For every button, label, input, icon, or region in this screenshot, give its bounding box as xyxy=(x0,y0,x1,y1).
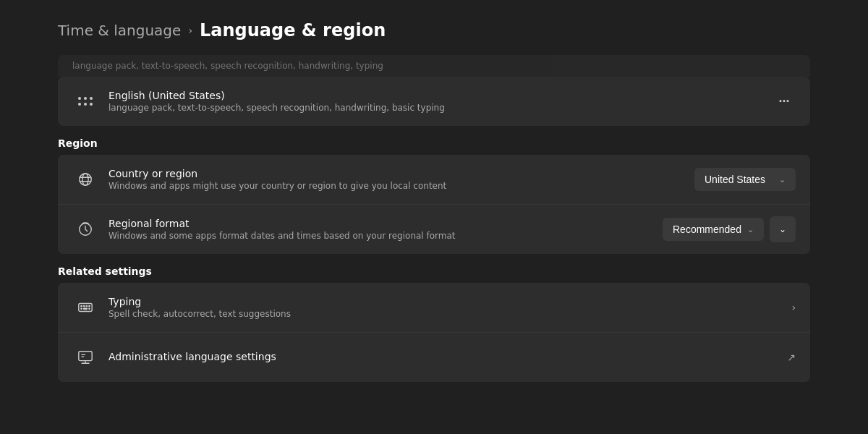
regional-format-expand-button[interactable]: ⌄ xyxy=(770,216,796,242)
admin-language-text: Administrative language settings xyxy=(109,351,787,364)
regional-icon-wrapper xyxy=(72,216,98,242)
regional-format-dropdown[interactable]: Recommended ⌄ xyxy=(663,218,764,241)
globe-icon xyxy=(77,171,93,187)
regional-format-desc: Windows and some apps format dates and t… xyxy=(109,231,663,241)
typing-chevron-icon: › xyxy=(791,302,796,313)
svg-rect-13 xyxy=(79,352,92,361)
language-more-button[interactable]: ··· xyxy=(773,90,796,113)
country-region-desc: Windows and apps might use your country … xyxy=(109,181,694,191)
svg-point-0 xyxy=(80,174,92,186)
country-region-value: United States xyxy=(705,174,765,185)
regional-dropdown-chevron: ⌄ xyxy=(747,225,754,234)
language-item-english[interactable]: English (United States) language pack, t… xyxy=(58,77,810,126)
keyboard-icon-wrapper xyxy=(72,294,98,320)
admin-icon-wrapper xyxy=(72,344,98,370)
related-settings-label: Related settings xyxy=(58,265,810,277)
svg-rect-5 xyxy=(79,304,92,312)
language-drag-icon xyxy=(72,88,98,114)
dots-grid-icon xyxy=(78,97,93,106)
language-item-text: English (United States) language pack, t… xyxy=(109,90,773,113)
breadcrumb-current: Language & region xyxy=(200,20,386,41)
regional-format-controls: Recommended ⌄ ⌄ xyxy=(663,216,796,242)
typing-text: Typing Spell check, autocorrect, text su… xyxy=(109,296,791,319)
typing-row[interactable]: Typing Spell check, autocorrect, text su… xyxy=(58,283,810,333)
admin-language-icon xyxy=(77,349,93,365)
breadcrumb-arrow: › xyxy=(188,25,192,36)
settings-page: Time & language › Language & region lang… xyxy=(0,0,868,434)
admin-language-title: Administrative language settings xyxy=(109,351,787,362)
country-region-row[interactable]: Country or region Windows and apps might… xyxy=(58,155,810,205)
globe-icon-wrapper xyxy=(72,166,98,192)
country-region-dropdown[interactable]: United States ⌄ xyxy=(694,168,796,191)
language-item-title: English (United States) xyxy=(109,90,773,101)
country-region-title: Country or region xyxy=(109,168,694,179)
region-settings-container: Country or region Windows and apps might… xyxy=(58,155,810,254)
regional-format-row[interactable]: Regional format Windows and some apps fo… xyxy=(58,205,810,254)
expand-chevron-icon: ⌄ xyxy=(779,224,786,234)
region-section-label: Region xyxy=(58,137,810,149)
keyboard-icon xyxy=(77,299,93,315)
related-settings-container: Typing Spell check, autocorrect, text su… xyxy=(58,283,810,382)
country-region-text: Country or region Windows and apps might… xyxy=(109,168,694,191)
svg-point-1 xyxy=(82,174,88,186)
admin-external-link-icon: ↗ xyxy=(787,352,796,363)
regional-format-icon xyxy=(77,221,93,237)
regional-format-title: Regional format xyxy=(109,218,663,229)
breadcrumb: Time & language › Language & region xyxy=(58,0,810,55)
regional-format-value: Recommended xyxy=(673,224,741,235)
regional-format-text: Regional format Windows and some apps fo… xyxy=(109,218,663,241)
typing-desc: Spell check, autocorrect, text suggestio… xyxy=(109,309,791,319)
admin-language-row[interactable]: Administrative language settings ↗ xyxy=(58,333,810,382)
typing-title: Typing xyxy=(109,296,791,307)
language-item-fade: language pack, text-to-speech, speech re… xyxy=(58,55,810,77)
country-dropdown-chevron: ⌄ xyxy=(779,175,786,184)
breadcrumb-parent[interactable]: Time & language xyxy=(58,22,181,39)
language-fade-text: language pack, text-to-speech, speech re… xyxy=(72,61,383,71)
language-item-desc: language pack, text-to-speech, speech re… xyxy=(109,103,773,113)
